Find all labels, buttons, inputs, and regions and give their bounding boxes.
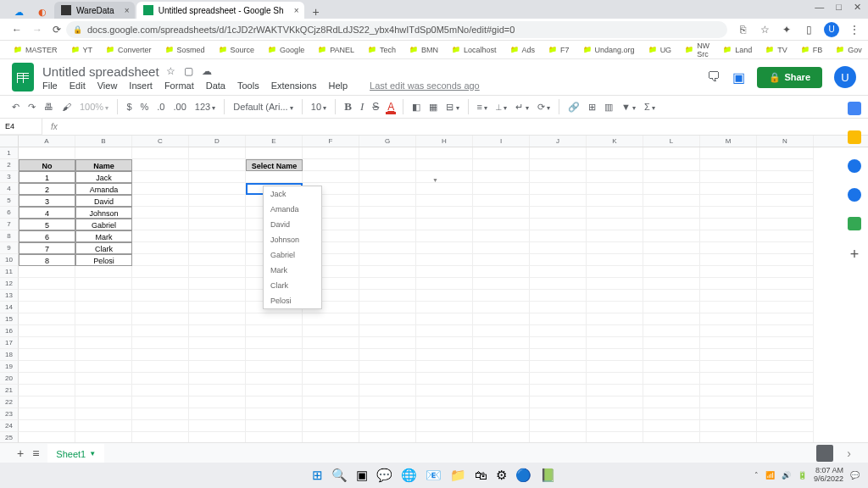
cell[interactable] (19, 302, 75, 313)
bookmark-item[interactable]: MASTER (8, 44, 63, 56)
cell[interactable] (246, 325, 303, 337)
cell[interactable]: 1 (19, 171, 75, 183)
cell[interactable] (473, 361, 530, 373)
cell[interactable] (75, 408, 132, 420)
cell[interactable] (189, 385, 246, 396)
calendar-icon[interactable] (848, 102, 861, 115)
bookmark-item[interactable]: Localhost (447, 44, 502, 56)
cell[interactable] (757, 230, 814, 242)
cell[interactable] (303, 313, 359, 325)
move-icon[interactable]: ▢ (184, 65, 193, 77)
menu-insert[interactable]: Insert (129, 80, 153, 91)
cell[interactable] (246, 396, 303, 408)
cell[interactable] (530, 254, 587, 266)
row-header[interactable]: 10 (0, 254, 19, 266)
cell[interactable] (359, 278, 416, 290)
cell[interactable] (757, 171, 814, 183)
cell[interactable] (587, 337, 643, 349)
dropdown-option[interactable]: Mark (264, 263, 321, 278)
cell[interactable] (530, 325, 587, 337)
cell[interactable] (189, 408, 246, 420)
cell[interactable] (473, 195, 530, 207)
cell[interactable] (75, 290, 132, 302)
cell[interactable] (132, 337, 189, 349)
column-header[interactable]: E (246, 136, 303, 147)
cell[interactable] (132, 349, 189, 361)
explorer-icon[interactable]: 📁 (450, 468, 466, 483)
cell[interactable] (757, 195, 814, 207)
dec-decimal-button[interactable]: .0 (157, 102, 164, 112)
star-icon[interactable]: ☆ (758, 24, 771, 36)
cell[interactable]: Amanda (75, 183, 132, 195)
cell[interactable] (757, 325, 814, 337)
row-header[interactable]: 2 (0, 159, 19, 171)
menu-edit[interactable]: Edit (70, 80, 86, 91)
dropdown-option[interactable]: Johnson (264, 232, 321, 247)
cell[interactable] (416, 207, 473, 219)
cell[interactable] (700, 396, 757, 408)
cell[interactable] (700, 242, 757, 254)
cell[interactable] (473, 408, 530, 420)
row-header[interactable]: 19 (0, 361, 19, 373)
cell[interactable] (643, 195, 700, 207)
cell[interactable] (530, 396, 587, 408)
cell[interactable] (246, 313, 303, 325)
chat-icon[interactable]: 💬 (376, 468, 392, 483)
cell[interactable] (587, 420, 643, 432)
bookmark-item[interactable]: F7 (543, 44, 575, 56)
cell[interactable] (359, 373, 416, 385)
cell[interactable] (643, 302, 700, 313)
column-header[interactable]: D (189, 136, 246, 147)
cell[interactable] (530, 420, 587, 432)
cell[interactable] (132, 313, 189, 325)
cell[interactable] (643, 219, 700, 230)
cell[interactable] (530, 361, 587, 373)
cell[interactable] (700, 147, 757, 159)
cell[interactable] (416, 408, 473, 420)
cell[interactable] (189, 349, 246, 361)
paint-format-button[interactable]: 🖌 (62, 102, 71, 112)
cell[interactable] (530, 242, 587, 254)
cell[interactable] (359, 242, 416, 254)
zoom-select[interactable]: 100% (80, 102, 108, 112)
row-header[interactable]: 20 (0, 373, 19, 385)
cell[interactable] (473, 242, 530, 254)
cell[interactable]: Johnson (75, 207, 132, 219)
cell[interactable] (416, 361, 473, 373)
cell[interactable] (643, 207, 700, 219)
cell[interactable] (416, 302, 473, 313)
cell[interactable] (416, 349, 473, 361)
cell[interactable] (19, 349, 75, 361)
currency-button[interactable]: $ (126, 102, 131, 112)
cell[interactable] (757, 361, 814, 373)
cell[interactable] (303, 373, 359, 385)
account-button[interactable]: U (834, 66, 856, 88)
cell[interactable] (416, 195, 473, 207)
start-button[interactable]: ⊞ (312, 468, 323, 483)
cell[interactable] (643, 325, 700, 337)
cell[interactable] (359, 349, 416, 361)
rotate-button[interactable]: ⟳ (537, 102, 550, 113)
cell[interactable] (75, 325, 132, 337)
cell[interactable] (530, 313, 587, 325)
cell[interactable] (189, 147, 246, 159)
cell[interactable] (75, 147, 132, 159)
cell[interactable] (132, 361, 189, 373)
row-header[interactable]: 5 (0, 195, 19, 207)
cell[interactable] (757, 373, 814, 385)
menu-file[interactable]: File (42, 80, 58, 91)
cell[interactable] (132, 408, 189, 420)
cell[interactable] (530, 147, 587, 159)
cell[interactable] (19, 278, 75, 290)
cell[interactable] (303, 325, 359, 337)
row-header[interactable]: 3 (0, 171, 19, 183)
cell[interactable] (530, 266, 587, 278)
cell[interactable] (700, 207, 757, 219)
cell[interactable] (700, 159, 757, 171)
cell[interactable] (587, 230, 643, 242)
cell[interactable] (416, 230, 473, 242)
cell[interactable] (587, 183, 643, 195)
cell[interactable] (530, 302, 587, 313)
cell[interactable] (189, 420, 246, 432)
cell[interactable] (189, 219, 246, 230)
